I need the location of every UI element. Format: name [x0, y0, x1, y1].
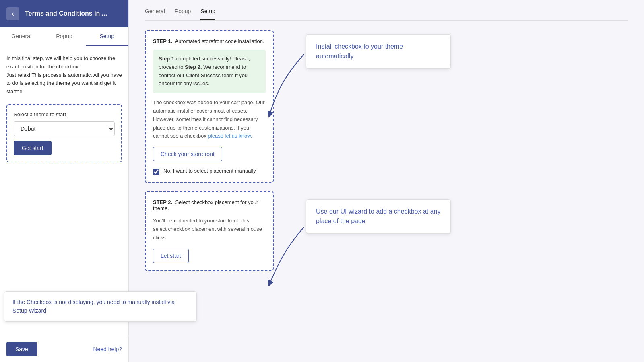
step1-description: The checkbox was added to your cart page…: [153, 99, 266, 140]
left-header: ‹ Terms and Conditions in ...: [0, 0, 128, 27]
right-tabs: General Popup Setup: [145, 8, 628, 21]
check-storefront-button[interactable]: Check your storefront: [153, 147, 222, 161]
left-description: In this final step, we will help you to …: [6, 54, 122, 96]
step2-title: STEP 2. Select checkbox placement for yo…: [153, 199, 266, 211]
left-callout-box: If the Checkbox is not displaying, you n…: [4, 291, 197, 322]
tab-popup-right[interactable]: Popup: [175, 8, 191, 20]
manual-placement-label: No, I want to select placement manually: [163, 168, 256, 174]
theme-select-dropdown[interactable]: Debut: [14, 121, 115, 136]
step1-title-text: Automated storefront code installation.: [175, 38, 264, 44]
left-callout-text: If the Checkbox is not displaying, you n…: [12, 299, 175, 314]
step1-success-step2: Step 2.: [185, 64, 202, 70]
left-tabs: General Popup Setup: [0, 27, 128, 46]
step1-success-box: Step 1 completed successfully! Please, p…: [153, 50, 266, 93]
left-footer: Save Need help?: [0, 336, 128, 362]
manual-placement-row: No, I want to select placement manually: [153, 168, 266, 175]
save-button[interactable]: Save: [6, 342, 37, 356]
manual-placement-checkbox[interactable]: [153, 169, 159, 175]
right-panel: General Popup Setup STEP 1. Automated st…: [129, 0, 644, 362]
theme-select-label: Select a theme to start: [14, 111, 115, 117]
step1-prefix: STEP 1.: [153, 38, 172, 44]
step1-box: STEP 1. Automated storefront code instal…: [145, 30, 274, 183]
get-start-button[interactable]: Get start: [14, 141, 52, 155]
tab-general-left[interactable]: General: [0, 27, 43, 46]
step1-success-step: Step 1: [159, 56, 174, 62]
callout1-text: Install checkbox to your theme automatic…: [316, 43, 403, 60]
step1-title: STEP 1. Automated storefront code instal…: [153, 38, 266, 44]
step2-box: STEP 2. Select checkbox placement for yo…: [145, 191, 274, 271]
step2-prefix: STEP 2.: [153, 199, 172, 205]
callout1-box: Install checkbox to your theme automatic…: [306, 34, 451, 69]
left-panel: ‹ Terms and Conditions in ... General Po…: [0, 0, 129, 362]
back-button[interactable]: ‹: [6, 7, 19, 20]
check-storefront-wrapper: Check your storefront: [153, 147, 266, 168]
tab-popup-left[interactable]: Popup: [43, 27, 85, 46]
step2-description: You'll be redirected to your storefront.…: [153, 217, 266, 242]
please-let-us-know-link[interactable]: please let us know.: [208, 133, 252, 139]
theme-select-box: Select a theme to start Debut Get start: [6, 104, 122, 162]
callout2-text: Use our UI wizard to add a checkbox at a…: [316, 208, 441, 224]
callout2-box: Use our UI wizard to add a checkbox at a…: [306, 199, 451, 234]
steps-column: STEP 1. Automated storefront code instal…: [145, 30, 274, 279]
need-help-link[interactable]: Need help?: [93, 346, 122, 352]
let-start-button[interactable]: Let start: [153, 249, 189, 263]
tab-setup-left[interactable]: Setup: [86, 27, 128, 46]
main-content: STEP 1. Automated storefront code instal…: [145, 30, 628, 279]
tab-general-right[interactable]: General: [145, 8, 165, 20]
left-panel-title: Terms and Conditions in ...: [25, 10, 107, 17]
tab-setup-right[interactable]: Setup: [200, 8, 215, 20]
